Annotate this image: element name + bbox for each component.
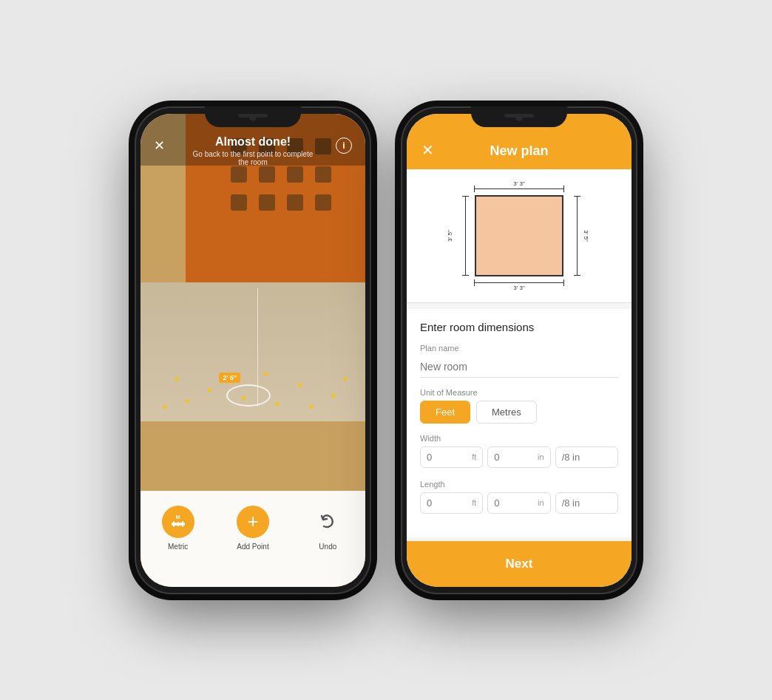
ar-subtitle: Go back to the first point to completeth… [193, 150, 314, 166]
ar-undo-tool[interactable]: Undo [311, 506, 344, 551]
length-label: Length [420, 480, 618, 489]
ar-dot [309, 405, 313, 409]
svg-rect-1 [173, 521, 175, 527]
wall-hole [259, 194, 275, 211]
wall-hole [287, 166, 303, 183]
undo-label: Undo [319, 543, 336, 551]
add-label: Add Point [237, 543, 268, 551]
plan-name-label: Plan name [420, 344, 618, 353]
room-diagram: 3' 3" 3' 3" [407, 169, 632, 303]
notch-speaker-right [504, 114, 534, 118]
dim-line-right: 3' 5" [577, 196, 578, 276]
undo-icon [311, 506, 344, 538]
width-frac-input[interactable] [562, 452, 612, 463]
ar-dot [163, 405, 166, 409]
left-phone: 2' 6" ✕ Almost done! Go back to the firs… [135, 106, 371, 594]
ar-dot [343, 377, 347, 381]
length-frac-input[interactable] [562, 497, 612, 509]
phones-container: 2' 6" ✕ Almost done! Go back to the firs… [112, 84, 660, 616]
left-phone-screen: 2' 6" ✕ Almost done! Go back to the firs… [140, 114, 365, 587]
ar-dot [298, 383, 302, 387]
metric-icon: M [162, 506, 194, 538]
length-inputs: ft in [420, 492, 618, 514]
width-label: Width [420, 434, 618, 443]
ar-topbar: ✕ Almost done! Go back to the first poin… [140, 114, 365, 166]
width-in-input[interactable] [494, 452, 538, 463]
feet-button[interactable]: Feet [420, 401, 470, 424]
width-in-group: in [487, 446, 550, 468]
ar-vertical-line [257, 288, 258, 407]
add-icon: + [237, 506, 269, 538]
plan-name-input[interactable] [420, 356, 618, 378]
notch-speaker [238, 114, 268, 118]
dim-label-right: 3' 5" [583, 230, 589, 242]
right-phone-screen: ✕ New plan 3' 3" [407, 114, 632, 587]
width-in-unit: in [538, 452, 544, 461]
unit-buttons: Feet Metres [420, 401, 618, 424]
ar-dot [331, 394, 335, 398]
wall-hole [315, 166, 331, 183]
ar-add-tool[interactable]: + Add Point [237, 506, 269, 551]
length-frac-group [555, 492, 618, 514]
wall-hole [231, 166, 247, 183]
form-header-title: New plan [490, 143, 548, 159]
section-title: Enter room dimensions [420, 321, 618, 333]
dim-line-bottom: 3' 3" [474, 282, 564, 283]
ar-dot [264, 372, 268, 376]
form-header: ✕ New plan [407, 114, 632, 169]
plus-icon: + [247, 510, 258, 533]
metric-label: Metric [168, 543, 188, 551]
ar-title: Almost done! [215, 135, 291, 149]
dim-label-left: 3' 5" [447, 230, 453, 242]
length-ft-input[interactable] [427, 497, 472, 509]
width-ft-input[interactable] [427, 452, 472, 463]
dim-label-bottom: 3' 3" [513, 285, 525, 291]
length-ft-group: ft [420, 492, 483, 514]
ar-dot [275, 402, 279, 406]
ar-toolbar: M Metric + Add Point [140, 491, 365, 587]
ar-dot [208, 388, 211, 392]
next-button[interactable]: Next [420, 557, 618, 571]
right-phone: ✕ New plan 3' 3" [401, 106, 637, 594]
dim-line-left: 3' 5" [465, 196, 466, 276]
diagram-container: 3' 3" 3' 3" [460, 184, 578, 288]
svg-rect-2 [177, 522, 179, 526]
wall-hole [259, 166, 275, 183]
diagram-room [475, 195, 563, 276]
ar-metric-tool[interactable]: M Metric [162, 506, 194, 551]
form-footer: Next [407, 541, 632, 587]
ar-info-button[interactable]: i [336, 137, 352, 154]
wall-hole [287, 194, 303, 211]
width-ft-unit: ft [472, 452, 476, 461]
length-in-input[interactable] [494, 497, 538, 509]
ar-measurement-badge: 2' 6" [219, 373, 240, 383]
svg-rect-3 [182, 521, 183, 527]
length-in-group: in [487, 492, 550, 514]
length-ft-unit: ft [472, 498, 476, 507]
wall-hole [231, 194, 247, 211]
ar-target-circle [226, 384, 271, 407]
form-section-main: Enter room dimensions Plan name Unit of … [407, 309, 632, 537]
length-in-unit: in [538, 498, 544, 507]
wall-hole [315, 194, 331, 211]
ar-screen: 2' 6" ✕ Almost done! Go back to the firs… [140, 114, 365, 587]
unit-label: Unit of Measure [420, 388, 618, 397]
dim-label-top: 3' 3" [513, 180, 525, 187]
ar-close-button[interactable]: ✕ [154, 137, 165, 154]
form-body: 3' 3" 3' 3" [407, 169, 632, 541]
width-ft-group: ft [420, 446, 483, 468]
metres-button[interactable]: Metres [476, 401, 537, 424]
form-close-button[interactable]: ✕ [421, 141, 434, 159]
ar-dot [175, 377, 178, 381]
ar-dot [186, 399, 189, 403]
dim-line-top: 3' 3" [474, 188, 564, 189]
width-frac-group [555, 446, 618, 468]
form-screen: ✕ New plan 3' 3" [407, 114, 632, 587]
width-inputs: ft in [420, 446, 618, 468]
